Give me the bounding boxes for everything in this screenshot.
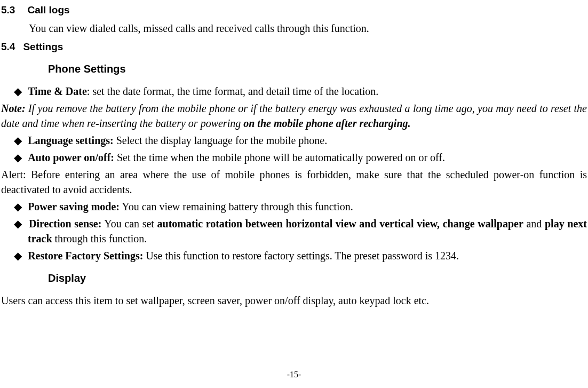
power-saving-text: You can view remaining battery through t… [120, 201, 353, 212]
section-5.4-number: 5.4 [1, 41, 15, 52]
diamond-icon: ◆ [14, 201, 28, 212]
section-5.3-body: You can view dialed calls, missed calls … [0, 21, 588, 36]
section-5.4-heading: 5.4 Settings [0, 39, 588, 54]
diamond-icon: ◆ [14, 250, 28, 262]
direction-text2: and [523, 218, 545, 229]
display-heading: Display [48, 271, 588, 286]
section-5.4-title: Settings [23, 41, 63, 52]
diamond-icon: ◆ [14, 152, 28, 163]
restore-text: Use this function to restore factory set… [143, 250, 459, 262]
bullet-auto-power: ◆ Auto power on/off: Set the time when t… [0, 150, 588, 165]
section-5.3-heading: 5.3 Call logs [0, 2, 588, 18]
direction-text3: through this function. [52, 233, 147, 244]
document-page: 5.3 Call logs You can view dialed calls,… [0, 0, 588, 308]
restore-label: Restore Factory Settings: [28, 250, 143, 262]
bullet-direction-sense: ◆ Direction sense: You can set automatic… [0, 216, 588, 246]
phone-settings-heading: Phone Settings [48, 61, 588, 76]
note-prefix: Note: [1, 102, 26, 114]
language-text: Select the display language for the mobi… [114, 134, 327, 146]
bullet-time-date: ◆ Time & Date: set the date format, the … [0, 84, 588, 99]
section-5.3-number: 5.3 [1, 4, 15, 15]
bullet-restore: ◆ Restore Factory Settings: Use this fun… [0, 248, 588, 263]
note-body2: on the mobile phone after recharging. [243, 117, 410, 129]
time-date-label: Time & Date [28, 85, 87, 97]
bullet-language: ◆ Language settings: Select the display … [0, 133, 588, 148]
section-5.3-title: Call logs [27, 4, 69, 15]
page-number: -15- [0, 369, 588, 381]
note-text: Note: If you remove the battery from the… [0, 101, 588, 131]
language-label: Language settings: [28, 134, 114, 146]
diamond-icon: ◆ [14, 85, 28, 97]
auto-power-text: Set the time when the mobile phone will … [114, 152, 445, 163]
direction-text1: You can set [101, 218, 157, 229]
diamond-icon: ◆ [14, 218, 29, 229]
power-saving-label: Power saving mode: [28, 201, 120, 212]
diamond-icon: ◆ [14, 134, 28, 146]
direction-bold1: automatic rotation between horizontal vi… [157, 218, 523, 229]
bullet-power-saving: ◆ Power saving mode: You can view remain… [0, 199, 588, 214]
time-date-text: : set the date format, the time format, … [87, 85, 378, 97]
display-body: Users can access this item to set wallpa… [0, 293, 588, 308]
direction-label: Direction sense: [29, 218, 101, 229]
alert-text: Alert: Before entering an area where the… [0, 167, 588, 197]
auto-power-label: Auto power on/off: [28, 152, 114, 163]
